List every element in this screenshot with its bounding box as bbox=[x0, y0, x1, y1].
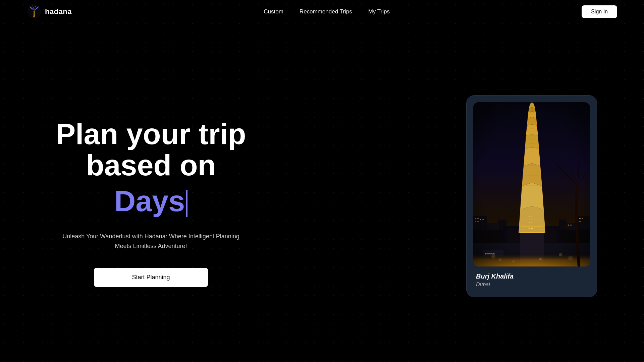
nav-custom[interactable]: Custom bbox=[264, 8, 283, 15]
nav-recommended-trips[interactable]: Recommended Trips bbox=[300, 8, 352, 15]
nav-links: Custom Recommended Trips My Trips bbox=[264, 8, 390, 15]
hadana-logo-icon bbox=[27, 4, 42, 19]
logo[interactable]: hadana bbox=[27, 4, 72, 19]
sign-in-button[interactable]: Sign In bbox=[582, 5, 617, 18]
card-location-name: Burj Khalifa bbox=[476, 273, 587, 280]
card-image: EMAAR bbox=[473, 102, 590, 266]
start-planning-button[interactable]: Start Planning bbox=[94, 268, 208, 287]
destination-card: EMAAR bbox=[466, 95, 597, 297]
card-info: Burj Khalifa Dubai bbox=[473, 266, 590, 290]
logo-text: hadana bbox=[45, 7, 72, 16]
main-content: Plan your trip based on Days Unleash You… bbox=[0, 23, 644, 362]
burj-khalifa-image: EMAAR bbox=[473, 102, 590, 266]
svg-point-2 bbox=[33, 15, 35, 17]
destination-card-container: EMAAR bbox=[466, 95, 597, 297]
hero-subtitle: Unleash Your Wanderlust with Hadana: Whe… bbox=[54, 232, 248, 251]
card-country: Dubai bbox=[476, 282, 587, 288]
svg-rect-81 bbox=[473, 102, 590, 266]
nav-my-trips[interactable]: My Trips bbox=[368, 8, 390, 15]
navbar: hadana Custom Recommended Trips My Trips… bbox=[0, 0, 644, 23]
hero-section: Plan your trip based on Days Unleash You… bbox=[54, 119, 248, 287]
hero-title-line1: Plan your trip based on bbox=[54, 119, 248, 181]
typing-cursor bbox=[186, 190, 187, 217]
hero-animated-word: Days bbox=[54, 184, 248, 218]
